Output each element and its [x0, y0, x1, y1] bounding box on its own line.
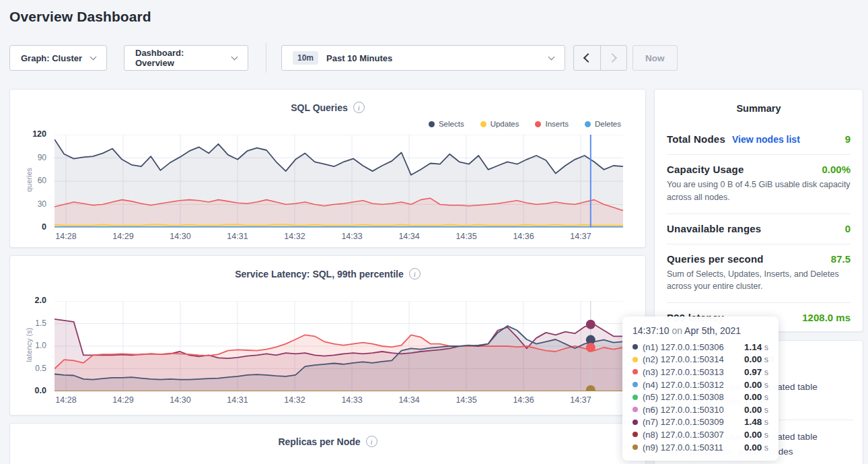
x-tick-label: 14:36 [507, 232, 540, 241]
node-latency-value: 0.00 s [744, 392, 768, 402]
tooltip-row: (n8) 127.0.0.1:503070.00 s [632, 428, 768, 441]
x-tick-label: 14:34 [392, 232, 426, 241]
x-tick-label: 14:33 [335, 395, 369, 405]
node-latency-value: 0.00 s [744, 442, 768, 453]
replicas-per-node-panel: Replicas per Node i [9, 423, 646, 464]
tooltip-on: on [672, 325, 682, 336]
node-address: (n9) 127.0.0.1:50311 [643, 442, 723, 453]
graph-dropdown-label: Graph: Cluster [21, 53, 82, 63]
tooltip-row: (n6) 127.0.0.1:503100.00 s [632, 403, 768, 416]
x-tick-label: 14:31 [221, 395, 254, 405]
tooltip-row: (n1) 127.0.0.1:503061.14 s [632, 341, 768, 354]
summary-value: 9 [845, 133, 851, 145]
time-range-badge: 10m [293, 51, 318, 65]
view-nodes-list-link[interactable]: View nodes list [732, 134, 800, 145]
time-next-button[interactable] [600, 46, 626, 70]
node-latency-value: 0.00 s [744, 405, 768, 415]
legend-dot-icon [480, 121, 486, 127]
page-title: Overview Dashboard [9, 9, 151, 25]
y-tick-label: 120 [15, 129, 46, 139]
legend-item-inserts[interactable]: Inserts [535, 120, 569, 128]
toolbar-divider [266, 43, 266, 73]
y-tick-label: 30 [15, 199, 46, 209]
summary-row-total-nodes: Total Nodes View nodes list 9 [667, 125, 851, 155]
x-axis-ticks: 14:2814:2914:3014:3114:3214:3314:3414:35… [55, 395, 623, 406]
x-tick-label: 14:30 [164, 232, 197, 241]
overview-dashboard-page: Overview Dashboard Graph: Cluster Dashbo… [0, 0, 868, 464]
now-button[interactable]: Now [632, 45, 678, 71]
summary-row-queries-per-second: Queries per second 87.5 Sum of Selects, … [667, 244, 851, 304]
service-latency-title: Service Latency: SQL, 99th percentile i [10, 268, 645, 279]
node-color-dot-icon [632, 382, 638, 387]
service-latency-svg [55, 301, 623, 391]
x-tick-label: 14:32 [278, 232, 312, 241]
legend-label: Inserts [545, 120, 569, 128]
chevron-right-icon [608, 53, 617, 63]
info-icon[interactable]: i [353, 102, 365, 113]
summary-title: Summary [655, 103, 863, 114]
service-latency-panel: Service Latency: SQL, 99th percentile i … [9, 255, 646, 416]
time-range-dropdown[interactable]: 10m Past 10 Minutes [281, 45, 565, 71]
x-tick-label: 14:37 [564, 395, 598, 405]
legend-dot-icon [429, 121, 435, 127]
node-address: (n6) 127.0.0.1:50310 [643, 405, 724, 415]
sql-queries-panel: SQL Queries i SelectsUpdatesInsertsDelet… [9, 89, 646, 248]
y-tick-label: 1.0 [15, 341, 46, 350]
node-address: (n1) 127.0.0.1:50306 [643, 342, 724, 352]
legend-item-deletes[interactable]: Deletes [585, 120, 621, 128]
x-tick-label: 14:28 [49, 395, 83, 405]
node-latency-value: 1.48 s [744, 417, 768, 427]
x-tick-label: 14:30 [164, 395, 197, 405]
y-axis-ticks: 0.00.51.01.52.0 [15, 301, 50, 391]
summary-label: Total Nodes [667, 133, 725, 145]
summary-description: You are using 0 B of 4.5 GiB usable disk… [667, 178, 851, 204]
node-color-dot-icon [632, 420, 638, 425]
chevron-down-icon [90, 53, 97, 60]
node-address: (n7) 127.0.0.1:50309 [643, 417, 724, 427]
node-color-dot-icon [632, 344, 638, 350]
time-prev-button[interactable] [574, 46, 600, 70]
y-tick-label: 2.0 [15, 296, 46, 305]
node-address: (n3) 127.0.0.1:50313 [643, 367, 724, 377]
summary-value: 0 [845, 223, 851, 234]
chart-title-text: Replicas per Node [278, 436, 360, 447]
graph-dropdown[interactable]: Graph: Cluster [9, 45, 107, 71]
summary-description: Sum of Selects, Updates, Inserts, and De… [667, 268, 851, 294]
sql-queries-svg [55, 135, 623, 228]
x-tick-label: 14:37 [564, 232, 598, 241]
y-tick-label: 0.5 [15, 364, 46, 373]
info-icon[interactable]: i [366, 436, 377, 447]
node-address: (n5) 127.0.0.1:50308 [643, 392, 724, 402]
summary-label: Queries per second [667, 253, 764, 265]
x-tick-label: 14:34 [392, 395, 426, 405]
dashboard-dropdown[interactable]: Dashboard: Overview [124, 45, 248, 71]
service-latency-plot[interactable] [55, 301, 623, 391]
legend-label: Updates [491, 120, 519, 128]
x-tick-label: 14:28 [49, 232, 83, 241]
tooltip-row: (n5) 127.0.0.1:503080.00 s [632, 391, 768, 403]
now-button-label: Now [645, 53, 665, 63]
summary-panel: Summary Total Nodes View nodes list 9 Ca… [654, 89, 863, 332]
replicas-per-node-title: Replicas per Node i [10, 436, 645, 447]
y-tick-label: 1.5 [15, 319, 46, 328]
time-nav-group [573, 45, 627, 71]
x-tick-label: 14:29 [106, 232, 140, 241]
node-latency-value: 0.97 s [744, 367, 768, 377]
node-address: (n2) 127.0.0.1:50314 [643, 354, 724, 364]
legend-item-updates[interactable]: Updates [480, 120, 519, 128]
node-color-dot-icon [632, 432, 638, 437]
chevron-down-icon [548, 53, 555, 60]
tooltip-timestamp: 14:37:10 on Apr 5th, 2021 [632, 325, 768, 336]
tooltip-row: (n7) 127.0.0.1:503091.48 s [632, 416, 768, 429]
summary-value: 1208.0 ms [802, 312, 851, 323]
info-icon[interactable]: i [409, 268, 421, 279]
legend-label: Deletes [595, 120, 621, 128]
summary-row-unavailable-ranges: Unavailable ranges 0 [667, 214, 851, 244]
node-color-dot-icon [632, 369, 638, 374]
legend-item-selects[interactable]: Selects [429, 120, 464, 128]
chart-title-text: Service Latency: SQL, 99th percentile [235, 269, 404, 279]
y-tick-label: 0.0 [15, 386, 46, 395]
summary-value: 87.5 [831, 253, 851, 265]
chevron-left-icon [583, 53, 593, 63]
sql-queries-plot[interactable] [55, 135, 623, 228]
